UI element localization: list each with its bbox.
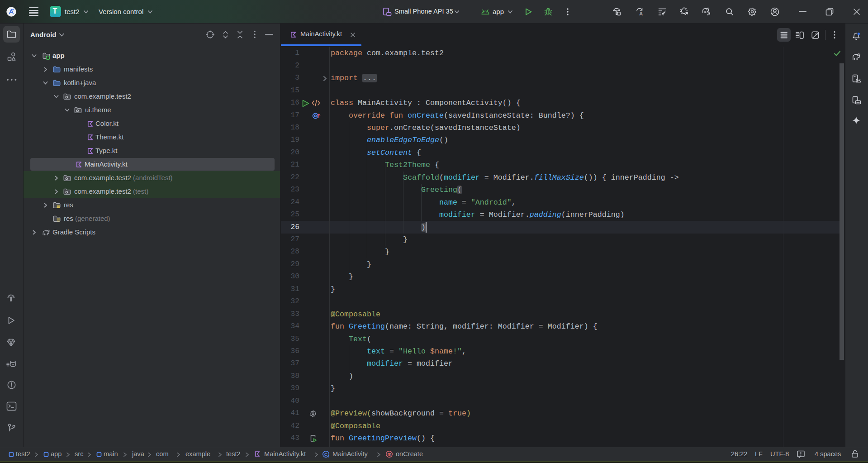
svg-text:m: m xyxy=(388,452,392,457)
svg-text:C: C xyxy=(324,452,327,457)
svg-text:A: A xyxy=(640,11,643,16)
